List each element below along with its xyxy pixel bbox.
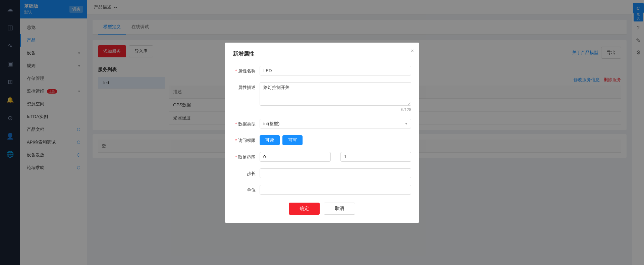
access-write-button[interactable]: 可写: [282, 135, 303, 145]
attr-name-label: 属性名称: [233, 66, 260, 74]
range-max-input[interactable]: [340, 152, 412, 162]
access-field: 访问权限 可读 可写: [233, 135, 411, 145]
attr-desc-field: 属性描述 路灯控制开关 6/128: [233, 82, 411, 112]
attr-desc-label: 属性描述: [233, 82, 260, 91]
step-control: [260, 168, 411, 178]
unit-input[interactable]: [260, 185, 411, 195]
range-control: —: [260, 152, 411, 162]
unit-control: [260, 185, 411, 195]
access-read-button[interactable]: 可读: [260, 135, 280, 145]
access-label: 访问权限: [233, 135, 260, 144]
unit-label: 单位: [233, 185, 260, 193]
access-control: 可读 可写: [260, 135, 411, 145]
char-count: 6/128: [260, 107, 411, 112]
data-type-control: int(整型) float(浮点型) string(字符串) bool(布尔型): [260, 119, 411, 128]
attr-desc-textarea[interactable]: 路灯控制开关: [260, 82, 411, 106]
data-type-select[interactable]: int(整型) float(浮点型) string(字符串) bool(布尔型): [260, 119, 411, 128]
modal-title: 新增属性: [233, 51, 411, 58]
step-label: 步长: [233, 168, 260, 177]
confirm-button[interactable]: 确定: [289, 203, 320, 215]
add-attr-modal: 新增属性 × 属性名称 属性描述 路灯控制开关 6/128 数据类型 int(整…: [225, 43, 419, 223]
step-input[interactable]: [260, 168, 411, 178]
range-dash: —: [333, 154, 338, 159]
attr-desc-control: 路灯控制开关 6/128: [260, 82, 411, 112]
range-min-input[interactable]: [260, 152, 331, 162]
cancel-button[interactable]: 取消: [324, 203, 355, 215]
range-row: —: [260, 152, 411, 162]
modal-footer: 确定 取消: [233, 203, 411, 215]
access-buttons: 可读 可写: [260, 135, 411, 145]
range-label: 取值范围: [233, 152, 260, 160]
attr-name-field: 属性名称: [233, 66, 411, 75]
step-field: 步长: [233, 168, 411, 178]
unit-field: 单位: [233, 185, 411, 195]
data-type-field: 数据类型 int(整型) float(浮点型) string(字符串) bool…: [233, 119, 411, 128]
modal-overlay: 新增属性 × 属性名称 属性描述 路灯控制开关 6/128 数据类型 int(整…: [0, 0, 644, 265]
range-field: 取值范围 —: [233, 152, 411, 162]
attr-name-input[interactable]: [260, 66, 411, 75]
data-type-label: 数据类型: [233, 119, 260, 127]
modal-close-button[interactable]: ×: [411, 48, 414, 54]
attr-name-control: [260, 66, 411, 75]
